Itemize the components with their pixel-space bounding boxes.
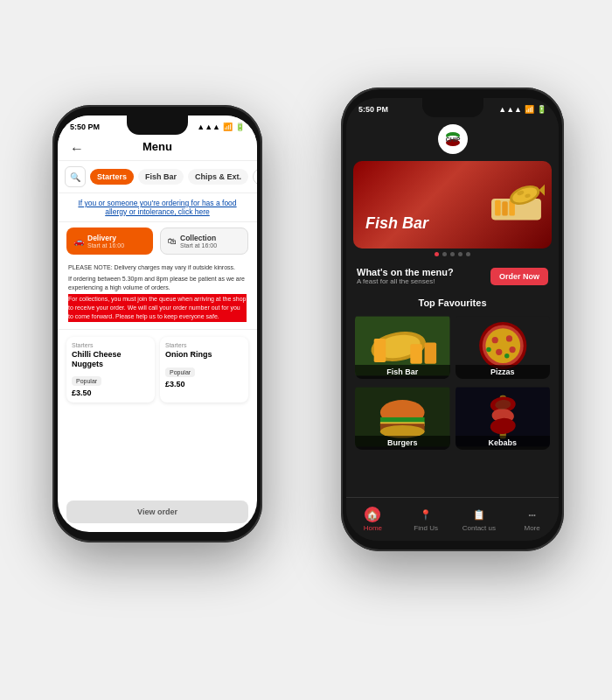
tab-starters[interactable]: Starters bbox=[90, 169, 134, 185]
right-screen: 5:50 PM ▲▲▲ 📶 🔋 CHIP bbox=[346, 98, 559, 541]
left-time: 5:50 PM bbox=[70, 122, 100, 131]
nav-more-label: More bbox=[525, 524, 540, 532]
left-screen: 5:50 PM ▲▲▲ 📶 🔋 ← Menu 🔍 Starters Fish B… bbox=[58, 116, 257, 532]
dot-3 bbox=[450, 252, 455, 256]
highlight-text: For collections, you must join the queue… bbox=[68, 294, 247, 321]
fav-burgers[interactable]: Burgers bbox=[355, 384, 450, 450]
fav-burgers-label: Burgers bbox=[355, 436, 450, 450]
view-order-bar[interactable]: View order bbox=[66, 500, 248, 523]
menu-item-1[interactable]: Starters Onion Rings Popular £3.50 bbox=[160, 337, 248, 403]
menu-item-0[interactable]: Starters Chilli Cheese Nuggets Popular £… bbox=[66, 337, 155, 403]
location-icon: 📍 bbox=[418, 507, 434, 522]
nav-find-us[interactable]: 📍 Find Us bbox=[400, 507, 453, 532]
right-battery-icon: 🔋 bbox=[537, 105, 546, 114]
note1: PLEASE NOTE: Delivery charges may vary i… bbox=[68, 263, 247, 272]
svg-point-29 bbox=[504, 354, 509, 358]
fav-fish-bar[interactable]: Fish Bar bbox=[355, 313, 450, 379]
allergy-text: If you or someone you're ordering for ha… bbox=[78, 199, 236, 216]
dot-4 bbox=[458, 252, 462, 256]
delivery-label: Delivery bbox=[87, 234, 124, 242]
svg-rect-17 bbox=[410, 344, 422, 364]
left-header: ← Menu bbox=[58, 136, 257, 161]
tab-fish-bar[interactable]: Fish Bar bbox=[138, 169, 184, 185]
search-button[interactable]: 🔍 bbox=[65, 166, 86, 187]
item-1-category: Starters bbox=[165, 342, 243, 348]
fav-fish-bar-label: Fish Bar bbox=[355, 365, 450, 379]
fav-kebabs-label: Kebabs bbox=[456, 436, 551, 450]
svg-rect-7 bbox=[502, 201, 508, 215]
left-status-icons: ▲▲▲ 📶 🔋 bbox=[197, 122, 245, 131]
nav-contact-label: Contact us bbox=[462, 524, 496, 532]
delivery-text: Delivery Start at 16:00 bbox=[87, 234, 124, 248]
hero-banner[interactable]: Fish Bar bbox=[353, 161, 552, 248]
collection-text: Collection Start at 16:00 bbox=[180, 234, 217, 248]
whats-on-section: What's on the menu? A feast for all the … bbox=[346, 260, 559, 292]
page-title: Menu bbox=[70, 140, 245, 153]
restaurant-logo: CHIP bbox=[438, 124, 468, 154]
svg-point-24 bbox=[491, 337, 497, 343]
item-0-price: £3.50 bbox=[72, 388, 150, 397]
fav-pizzas-label: Pizzas bbox=[456, 365, 551, 379]
svg-point-23 bbox=[485, 328, 520, 363]
nav-findus-label: Find Us bbox=[414, 524, 438, 532]
nav-home[interactable]: 🏠 Home bbox=[346, 507, 400, 532]
right-notch bbox=[422, 98, 483, 117]
collection-button[interactable]: 🛍 Collection Start at 16:00 bbox=[160, 228, 248, 255]
svg-rect-18 bbox=[425, 342, 437, 363]
item-0-category: Starters bbox=[72, 342, 150, 348]
dot-1 bbox=[435, 252, 439, 256]
logo-svg: CHIP bbox=[439, 125, 467, 153]
allergy-notice[interactable]: If you or someone you're ordering for ha… bbox=[58, 193, 257, 222]
item-1-name: Onion Rings bbox=[165, 350, 243, 360]
svg-point-25 bbox=[505, 335, 511, 341]
nav-home-label: Home bbox=[364, 524, 382, 532]
item-0-badge: Popular bbox=[72, 376, 101, 386]
notes-section: PLEASE NOTE: Delivery charges may vary i… bbox=[58, 260, 257, 330]
dot-2 bbox=[442, 252, 447, 256]
item-0-name: Chilli Cheese Nuggets bbox=[72, 350, 150, 369]
hero-title: Fish Bar bbox=[365, 214, 428, 233]
logo-bar: CHIP bbox=[346, 119, 559, 158]
view-order-label: View order bbox=[137, 508, 177, 516]
more-icon: ••• bbox=[525, 507, 540, 522]
right-wifi-icon: 📶 bbox=[525, 105, 534, 114]
nav-contact[interactable]: 📋 Contact us bbox=[453, 507, 506, 532]
tabs-arrow[interactable]: ▶ bbox=[253, 168, 257, 186]
carousel-dots bbox=[346, 252, 559, 256]
note2: If ordering between 5.30pm and 8pm pleas… bbox=[68, 275, 247, 292]
menu-items-row: Starters Chilli Cheese Nuggets Popular £… bbox=[58, 330, 257, 410]
fav-kebabs[interactable]: Kebabs bbox=[456, 384, 551, 450]
left-notch bbox=[127, 116, 188, 135]
whats-on-sub: A feast for all the senses! bbox=[357, 277, 454, 285]
right-time: 5:50 PM bbox=[358, 105, 388, 114]
delivery-icon: 🚗 bbox=[73, 236, 84, 246]
contact-icon: 📋 bbox=[471, 507, 487, 522]
delivery-sub: Start at 16:00 bbox=[87, 242, 124, 248]
category-tabs: 🔍 Starters Fish Bar Chips & Ext. ▶ bbox=[58, 161, 257, 193]
back-button[interactable]: ← bbox=[70, 141, 84, 157]
right-signal-icon: ▲▲▲ bbox=[498, 105, 522, 114]
dot-5 bbox=[466, 252, 470, 256]
battery-icon: 🔋 bbox=[235, 122, 245, 131]
home-icon: 🏠 bbox=[365, 507, 380, 522]
whats-on-title: What's on the menu? bbox=[357, 267, 454, 277]
svg-rect-19 bbox=[374, 339, 386, 362]
order-now-button[interactable]: Order Now bbox=[490, 268, 548, 285]
phone-right: 5:50 PM ▲▲▲ 📶 🔋 CHIP bbox=[341, 88, 564, 551]
tab-chips[interactable]: Chips & Ext. bbox=[188, 169, 248, 185]
phones-container: 5:50 PM ▲▲▲ 📶 🔋 ← Menu 🔍 Starters Fish B… bbox=[0, 0, 612, 700]
nav-more[interactable]: ••• More bbox=[505, 507, 559, 532]
svg-rect-6 bbox=[495, 200, 501, 216]
collection-label: Collection bbox=[180, 234, 217, 242]
signal-icon: ▲▲▲ bbox=[197, 122, 220, 131]
item-1-badge: Popular bbox=[165, 368, 195, 377]
fav-pizzas[interactable]: Pizzas bbox=[456, 313, 551, 379]
order-options: 🚗 Delivery Start at 16:00 🛍 Collection S… bbox=[58, 222, 257, 260]
svg-marker-13 bbox=[539, 185, 546, 196]
top-favourites-section: Top Favourites Fish Bar bbox=[346, 292, 559, 455]
delivery-button[interactable]: 🚗 Delivery Start at 16:00 bbox=[66, 228, 153, 255]
collection-icon: 🛍 bbox=[168, 236, 177, 246]
top-favs-title: Top Favourites bbox=[355, 298, 550, 308]
item-1-price: £3.50 bbox=[165, 380, 243, 388]
wifi-icon: 📶 bbox=[223, 122, 233, 131]
